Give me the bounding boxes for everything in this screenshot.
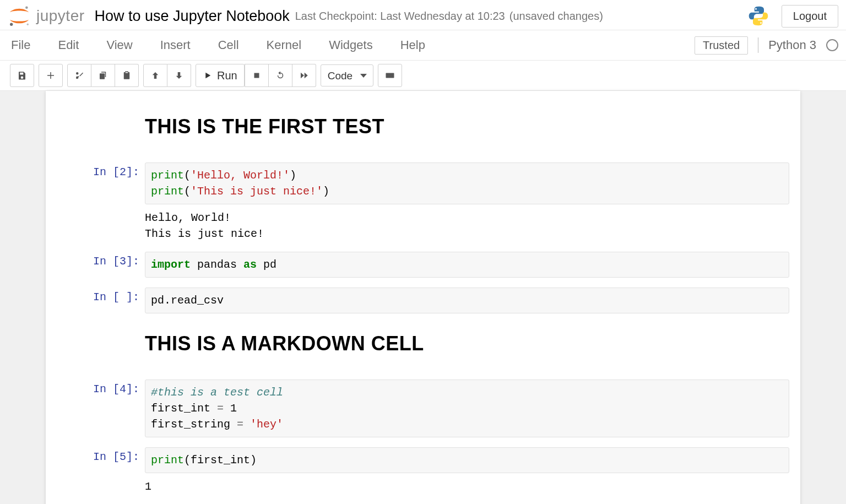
markdown-cell[interactable]: THIS IS A MARKDOWN CELL (57, 323, 789, 370)
stop-icon (252, 71, 262, 80)
menu-kernel[interactable]: Kernel (263, 32, 305, 58)
checkpoint-status: Last Checkpoint: Last Wednesday at 10:23 (295, 10, 505, 23)
move-up-button[interactable] (143, 64, 167, 87)
input-prompt: In [2]: (57, 162, 145, 242)
jupyter-icon (8, 4, 31, 28)
menubar: FileEditViewInsertCellKernelWidgetsHelp … (0, 30, 846, 61)
jupyter-logo[interactable]: jupyter (8, 4, 85, 28)
toolbar: Run Code (0, 61, 846, 91)
code-input[interactable]: print('Hello, World!') print('This is ju… (145, 162, 789, 204)
paste-button[interactable] (115, 64, 139, 87)
menu-cell[interactable]: Cell (215, 32, 242, 58)
plus-icon (46, 71, 56, 80)
restart-icon (275, 71, 285, 80)
svg-rect-5 (254, 73, 259, 78)
code-input[interactable]: #this is a test cell first_int = 1 first… (145, 380, 789, 437)
cut-icon (74, 71, 84, 80)
kernel-status-icon (826, 39, 838, 51)
code-cell[interactable]: In [4]:#this is a test cell first_int = … (57, 380, 789, 437)
cut-button[interactable] (67, 64, 91, 87)
paste-icon (122, 71, 132, 80)
notebook-container: THIS IS THE FIRST TESTIn [2]:print('Hell… (46, 91, 800, 504)
svg-point-3 (755, 8, 757, 10)
python-icon (747, 5, 769, 27)
input-prompt: In [3]: (57, 252, 145, 278)
menu-view[interactable]: View (103, 32, 135, 58)
input-prompt (57, 106, 145, 153)
run-button-label: Run (217, 69, 237, 82)
svg-point-0 (25, 6, 28, 9)
menu-insert[interactable]: Insert (157, 32, 194, 58)
markdown-cell[interactable]: THIS IS THE FIRST TEST (57, 106, 789, 153)
code-output: 1 (145, 473, 789, 495)
svg-point-2 (27, 24, 29, 25)
save-icon (17, 71, 27, 80)
notebook-title[interactable]: How to use Jupyter Notebook (95, 8, 290, 25)
celltype-select[interactable]: Code (321, 64, 373, 86)
code-cell[interactable]: In [3]:import pandas as pd (57, 252, 789, 278)
unsaved-status: (unsaved changes) (509, 10, 603, 23)
notebook-header: jupyter How to use Jupyter Notebook Last… (0, 0, 846, 30)
kernel-name[interactable]: Python 3 (768, 38, 816, 52)
svg-point-1 (10, 23, 13, 26)
restart-run-all-button[interactable] (292, 64, 316, 87)
code-input[interactable]: import pandas as pd (145, 252, 789, 278)
code-cell[interactable]: In [ ]:pd.read_csv (57, 288, 789, 313)
logout-button[interactable]: Logout (782, 5, 838, 28)
menu-widgets[interactable]: Widgets (326, 32, 376, 58)
arrow-up-icon (150, 71, 160, 80)
input-prompt (57, 323, 145, 370)
code-input[interactable]: print(first_int) (145, 447, 789, 473)
fast-forward-icon (299, 71, 309, 80)
insert-cell-button[interactable] (39, 64, 63, 87)
move-down-button[interactable] (167, 64, 191, 87)
code-input[interactable]: pd.read_csv (145, 288, 789, 313)
keyboard-icon (385, 71, 395, 80)
input-prompt: In [4]: (57, 380, 145, 437)
markdown-heading: THIS IS THE FIRST TEST (145, 115, 789, 138)
celltype-select-wrap: Code (321, 64, 373, 86)
trusted-indicator[interactable]: Trusted (695, 36, 748, 55)
input-prompt: In [5]: (57, 447, 145, 495)
code-cell[interactable]: In [5]:print(first_int)1 (57, 447, 789, 495)
save-button[interactable] (10, 64, 34, 87)
code-output: Hello, World! This is just nice! (145, 204, 789, 242)
svg-point-4 (760, 22, 762, 24)
menu-help[interactable]: Help (397, 32, 429, 58)
command-palette-button[interactable] (378, 64, 402, 87)
restart-button[interactable] (269, 64, 292, 87)
code-cell[interactable]: In [2]:print('Hello, World!') print('Thi… (57, 162, 789, 242)
kernel-separator (758, 37, 758, 53)
input-prompt: In [ ]: (57, 288, 145, 313)
jupyter-logo-text: jupyter (36, 7, 85, 25)
copy-icon (98, 71, 108, 80)
arrow-down-icon (174, 71, 184, 80)
copy-button[interactable] (91, 64, 115, 87)
menu-edit[interactable]: Edit (55, 32, 82, 58)
interrupt-button[interactable] (245, 64, 269, 87)
run-button[interactable]: Run (196, 64, 245, 87)
play-icon (203, 71, 213, 80)
markdown-heading: THIS IS A MARKDOWN CELL (145, 332, 789, 355)
menu-file[interactable]: File (8, 32, 34, 58)
